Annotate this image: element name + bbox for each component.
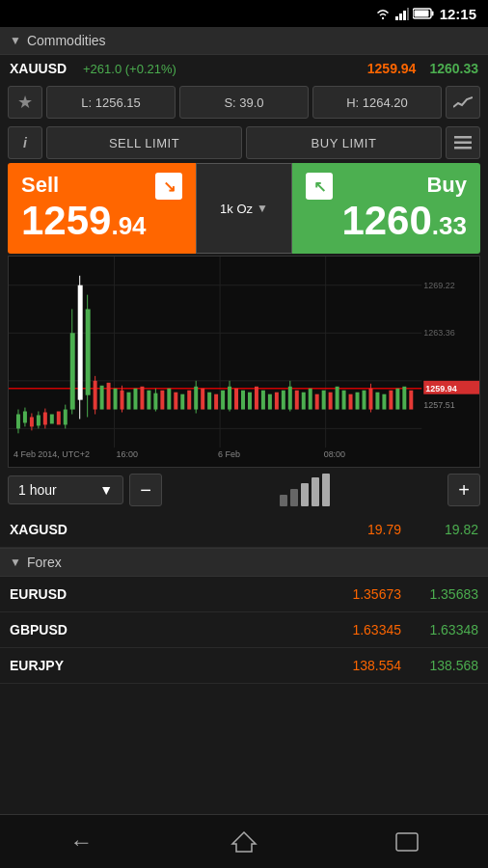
bar-size-2[interactable] [290,489,298,506]
trade-section: Sell ↘ 1259.94 1k Oz ▼ Buy ↖ 1260.33 [0,163,488,254]
bar-size-3[interactable] [301,483,309,506]
eurjpy-row[interactable]: EURJPY 138.554 138.568 [0,648,488,684]
gbpusd-row[interactable]: GBPUSD 1.63345 1.63348 [0,612,488,648]
instrument-name: XAUUSD [10,61,77,76]
svg-text:1259.94: 1259.94 [425,384,456,393]
xagusd-name: XAGUSD [10,522,324,537]
svg-rect-62 [221,391,225,410]
svg-rect-48 [140,387,144,410]
zoom-out-button[interactable]: − [129,474,162,506]
sell-price-main: 1259 [21,198,111,244]
eurusd-name: EURUSD [10,586,324,602]
sell-arrow-icon: ↘ [155,173,182,200]
sell-price-decimal: .94 [111,211,146,241]
svg-rect-75 [295,391,299,410]
svg-rect-6 [414,11,428,17]
back-button[interactable]: ← [52,823,110,861]
forex-arrow: ▼ [10,556,21,569]
eurjpy-sell: 138.554 [324,658,401,673]
xagusd-sell: 19.79 [324,522,401,537]
sell-button[interactable]: Sell ↘ 1259.94 [8,163,196,254]
svg-text:6 Feb: 6 Feb [218,449,240,459]
svg-rect-43 [114,389,118,410]
forex-label: Forex [27,555,62,570]
svg-rect-9 [454,147,472,149]
gbpusd-sell: 1.63345 [324,622,401,637]
buy-price-main: 1260 [341,198,431,244]
svg-rect-85 [362,391,366,410]
svg-rect-61 [214,394,218,410]
commodities-label: Commodities [27,33,106,48]
low-value: L: 1256.15 [46,86,176,119]
signal-icon [395,7,409,20]
instrument-change: +261.0 (+0.21%) [83,62,176,76]
forex-section-header[interactable]: ▼ Forex [0,548,488,577]
high-value: H: 1264.20 [312,86,442,119]
back-icon: ← [69,828,93,855]
xauusd-row[interactable]: XAUUSD +261.0 (+0.21%) 1259.94 1260.33 [0,55,488,82]
svg-rect-80 [329,393,333,410]
eurjpy-name: EURJPY [10,658,324,673]
buy-button[interactable]: Buy ↖ 1260.33 [292,163,480,254]
time-display: 12:15 [440,6,476,22]
eurusd-row[interactable]: EURUSD 1.35673 1.35683 [0,577,488,612]
svg-rect-88 [375,393,379,410]
xagusd-buy: 19.82 [401,522,478,537]
svg-rect-84 [356,393,360,410]
xagusd-row[interactable]: XAGUSD 19.79 19.82 [0,512,488,548]
svg-rect-77 [309,389,312,410]
lot-size-text: 1k Oz [220,202,253,216]
zoom-in-button[interactable]: + [447,474,480,506]
svg-rect-93 [409,391,413,410]
buy-price-decimal: .33 [432,211,467,241]
bar-size-selector [168,474,442,506]
svg-rect-92 [402,387,406,410]
commodities-section-header[interactable]: ▼ Commodities [0,27,488,55]
svg-rect-0 [395,16,398,20]
bar-size-1[interactable] [280,495,287,506]
sell-limit-button[interactable]: SELL LIMIT [46,126,242,159]
eurusd-sell: 1.35673 [324,586,401,602]
buy-limit-button[interactable]: BUY LIMIT [246,126,442,159]
svg-rect-59 [201,389,204,410]
forex-list: EURUSD 1.35673 1.35683 GBPUSD 1.63345 1.… [0,577,488,684]
svg-rect-52 [160,391,164,410]
sell-price-display: 1259.94 [21,198,182,244]
svg-rect-5 [431,12,433,16]
bar-size-4[interactable] [312,477,319,506]
svg-rect-89 [382,394,386,410]
bar-size-5[interactable] [322,474,330,506]
svg-rect-90 [389,391,393,410]
svg-rect-47 [133,389,137,410]
chart-toggle-button[interactable] [446,86,480,119]
svg-rect-68 [255,387,258,410]
timeframe-select[interactable]: 1 hour ▼ [8,475,123,504]
favorite-button[interactable]: ★ [8,86,42,119]
svg-rect-35 [78,285,83,400]
lot-size-dropdown[interactable]: 1k Oz ▼ [196,163,292,254]
svg-text:08:00: 08:00 [324,449,345,459]
svg-rect-2 [403,11,406,20]
status-icons [374,7,434,20]
svg-rect-8 [454,142,472,145]
list-button[interactable] [446,126,480,159]
status-bar: 12:15 [0,0,488,27]
candlestick-chart: 4 Feb 2014, UTC+2 16:00 6 Feb 08:00 1269… [9,257,479,467]
wifi-icon [374,7,392,20]
info-button[interactable]: i [8,126,42,159]
svg-rect-30 [57,412,61,425]
svg-text:1257.51: 1257.51 [423,400,454,410]
svg-rect-103 [396,833,418,851]
svg-rect-54 [174,393,177,410]
eurusd-buy: 1.35683 [401,586,478,602]
recent-button[interactable] [378,823,436,861]
eurjpy-buy: 138.568 [401,658,478,673]
buy-arrow-icon: ↖ [306,173,333,200]
home-button[interactable] [215,823,273,861]
svg-rect-83 [349,394,353,410]
svg-text:1269.22: 1269.22 [423,281,454,290]
svg-rect-91 [395,389,399,410]
svg-rect-66 [241,391,245,410]
svg-rect-65 [234,389,238,410]
svg-rect-60 [207,393,211,410]
